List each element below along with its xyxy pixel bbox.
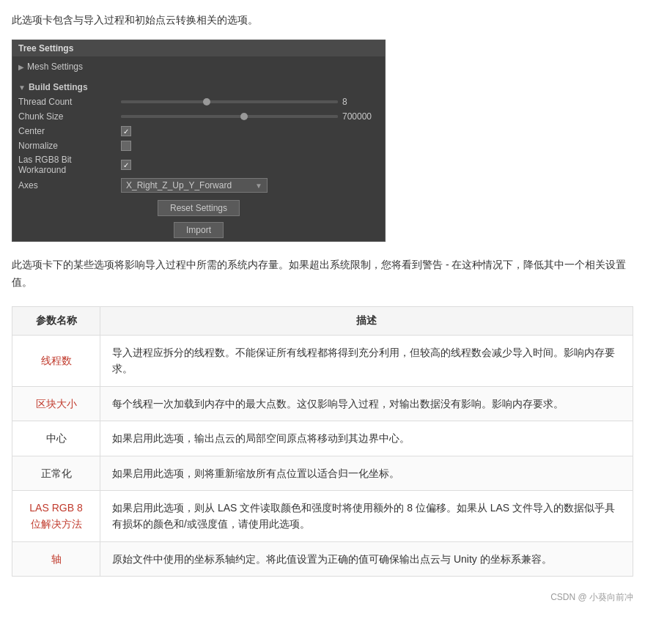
watermark: CSDN @ 小葵向前冲 <box>12 591 633 604</box>
param-name-cell: LAS RGB 8 位解决方法 <box>12 490 100 541</box>
param-name: 正常化 <box>41 467 72 479</box>
mesh-section-label: Mesh Settings <box>27 62 83 72</box>
normalize-control <box>121 141 379 151</box>
thread-count-label: Thread Count <box>18 97 121 107</box>
table-row: 区块大小每个线程一次加载到内存中的最大点数。这仅影响导入过程，对输出数据没有影响… <box>12 386 633 421</box>
las-rgb8-label: Las RGB8 Bit Workaround <box>18 155 121 175</box>
slider-track <box>121 115 338 118</box>
param-name-cell: 区块大小 <box>12 386 100 421</box>
table-row: 轴原始文件中使用的坐标系轴约定。将此值设置为正确的值可确保输出点云与 Unity… <box>12 541 633 576</box>
import-button-row: Import <box>12 219 385 241</box>
mesh-section-header[interactable]: Mesh Settings <box>12 59 385 74</box>
params-table: 参数名称 描述 线程数导入进程应拆分的线程数。不能保证所有线程都将得到充分利用，… <box>12 306 633 577</box>
thread-count-control: 8 <box>121 97 379 107</box>
chunk-size-control: 700000 <box>121 111 379 122</box>
center-label: Center <box>18 126 121 136</box>
center-checkbox[interactable] <box>121 126 131 136</box>
thread-count-slider[interactable] <box>121 100 338 103</box>
las-rgb8-checkbox[interactable] <box>121 160 131 170</box>
table-row: 正常化如果启用此选项，则将重新缩放所有点位置以适合归一化坐标。 <box>12 456 633 490</box>
normalize-checkbox[interactable] <box>121 141 131 151</box>
table-row: LAS RGB 8 位解决方法如果启用此选项，则从 LAS 文件读取颜色和强度时… <box>12 490 633 541</box>
axes-dropdown-value: X_Right_Z_Up_Y_Forward <box>126 180 232 190</box>
axes-dropdown[interactable]: X_Right_Z_Up_Y_Forward ▼ <box>121 178 268 193</box>
axes-control: X_Right_Z_Up_Y_Forward ▼ <box>121 178 379 193</box>
panel-header: Tree Settings <box>12 40 385 56</box>
param-desc-cell: 原始文件中使用的坐标系轴约定。将此值设置为正确的值可确保输出点云与 Unity … <box>100 541 633 576</box>
param-desc-cell: 如果启用此选项，则将重新缩放所有点位置以适合归一化坐标。 <box>100 456 633 490</box>
thread-count-value: 8 <box>342 97 379 107</box>
import-button[interactable]: Import <box>174 222 224 238</box>
table-header-row: 参数名称 描述 <box>12 306 633 335</box>
reset-button-row: Reset Settings <box>12 197 385 219</box>
thread-count-row: Thread Count 8 <box>12 95 385 109</box>
param-name-cell: 线程数 <box>12 335 100 386</box>
build-section-label: Build Settings <box>29 82 88 92</box>
param-name-cell: 轴 <box>12 541 100 576</box>
axes-label: Axes <box>18 180 121 190</box>
normalize-label: Normalize <box>18 141 121 151</box>
intro-text: 此选项卡包含与导入过程和初始点云转换相关的选项。 <box>12 12 633 28</box>
build-section: Build Settings Thread Count 8 Chunk Size <box>12 77 385 197</box>
param-desc-cell: 如果启用此选项，则从 LAS 文件读取颜色和强度时将使用额外的 8 位偏移。如果… <box>100 490 633 541</box>
las-rgb8-control <box>121 160 379 170</box>
param-name-cell: 正常化 <box>12 456 100 490</box>
chunk-size-row: Chunk Size 700000 <box>12 109 385 124</box>
build-section-header[interactable]: Build Settings <box>12 80 385 95</box>
param-name: 中心 <box>46 432 67 444</box>
chevron-down-icon: ▼ <box>255 182 262 190</box>
col-header-desc: 描述 <box>100 306 633 335</box>
las-rgb8-row: Las RGB8 Bit Workaround <box>12 153 385 177</box>
param-desc-cell: 每个线程一次加载到内存中的最大点数。这仅影响导入过程，对输出数据没有影响。影响内… <box>100 386 633 421</box>
center-row: Center <box>12 124 385 138</box>
param-name: 轴 <box>51 553 62 565</box>
chunk-size-value: 700000 <box>342 111 379 122</box>
chunk-size-label: Chunk Size <box>18 111 121 122</box>
unity-panel: Tree Settings Mesh Settings Build Settin… <box>12 40 386 242</box>
table-row: 线程数导入进程应拆分的线程数。不能保证所有线程都将得到充分利用，但较高的线程数会… <box>12 335 633 386</box>
desc-text: 此选项卡下的某些选项将影响导入过程中所需的系统内存量。如果超出系统限制，您将看到… <box>12 256 633 292</box>
normalize-row: Normalize <box>12 138 385 153</box>
param-name: LAS RGB 8 位解决方法 <box>29 502 82 530</box>
param-desc-cell: 如果启用此选项，输出点云的局部空间原点将移动到其边界中心。 <box>100 421 633 456</box>
slider-track <box>121 100 338 103</box>
slider-thumb[interactable] <box>203 98 210 106</box>
param-desc-cell: 导入进程应拆分的线程数。不能保证所有线程都将得到充分利用，但较高的线程数会减少导… <box>100 335 633 386</box>
param-name: 区块大小 <box>36 398 77 410</box>
mesh-section: Mesh Settings <box>12 56 385 77</box>
axes-row: Axes X_Right_Z_Up_Y_Forward ▼ <box>12 177 385 194</box>
center-control <box>121 126 379 136</box>
param-name-cell: 中心 <box>12 421 100 456</box>
param-name: 线程数 <box>41 355 72 366</box>
col-header-name: 参数名称 <box>12 306 100 335</box>
slider-thumb[interactable] <box>240 113 248 120</box>
reset-settings-button[interactable]: Reset Settings <box>158 200 240 216</box>
chunk-size-slider[interactable] <box>121 115 338 118</box>
table-row: 中心如果启用此选项，输出点云的局部空间原点将移动到其边界中心。 <box>12 421 633 456</box>
